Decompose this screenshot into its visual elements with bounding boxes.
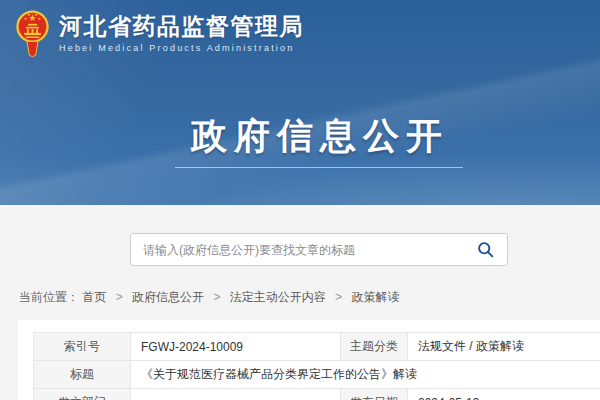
breadcrumb-separator: > (335, 290, 342, 304)
field-value-index-number: FGWJ-2024-10009 (131, 333, 341, 361)
field-value-topic-category: 法规文件 / 政策解读 (408, 333, 600, 361)
svg-text:★: ★ (38, 16, 42, 21)
search-input[interactable] (131, 234, 463, 265)
breadcrumb-item-gov-info[interactable]: 政府信息公开 (132, 290, 204, 304)
site-header-banner: ★ ★ ★ ★ ★ 河北省药品监督管理局 Hebei Medical Produ… (0, 0, 600, 205)
breadcrumb-prefix: 当前位置： (19, 290, 79, 304)
field-label-topic-category: 主题分类 (341, 333, 408, 361)
document-info-table: 索引号 FGWJ-2024-10009 主题分类 法规文件 / 政策解读 标题 … (33, 332, 600, 400)
search-box (130, 233, 508, 266)
breadcrumb-item-statutory-disclosure[interactable]: 法定主动公开内容 (230, 290, 326, 304)
breadcrumb-separator: > (213, 290, 220, 304)
field-value-publish-date: 2024-05-13 (408, 389, 600, 400)
site-title-zh: 河北省药品监督管理局 (59, 12, 304, 40)
table-row: 标题 《关于规范医疗器械产品分类界定工作的公告》解读 (34, 361, 600, 389)
breadcrumb-separator: > (116, 290, 123, 304)
field-label-publish-date: 发布日期 (341, 389, 408, 400)
china-national-emblem-icon: ★ ★ ★ ★ ★ (14, 7, 51, 61)
table-row: 索引号 FGWJ-2024-10009 主题分类 法规文件 / 政策解读 (34, 333, 600, 361)
banner-underline (175, 167, 463, 168)
breadcrumb-item-home[interactable]: 首页 (82, 290, 106, 304)
field-value-issuing-department (131, 389, 341, 400)
field-label-title: 标题 (34, 361, 131, 389)
breadcrumb: 当前位置： 首页 > 政府信息公开 > 法定主动公开内容 > 政策解读 (19, 289, 399, 306)
field-label-issuing-department: 发文部门 (34, 389, 131, 400)
table-row: 发文部门 发布日期 2024-05-13 (34, 389, 600, 400)
field-value-title: 《关于规范医疗器械产品分类界定工作的公告》解读 (131, 361, 600, 389)
content-panel: 索引号 FGWJ-2024-10009 主题分类 法规文件 / 政策解读 标题 … (18, 320, 600, 400)
page-banner-title: 政府信息公开 (0, 112, 600, 161)
site-logo[interactable]: ★ ★ ★ ★ ★ 河北省药品监督管理局 Hebei Medical Produ… (14, 7, 304, 61)
svg-text:★: ★ (27, 12, 31, 17)
breadcrumb-item-policy-interpretation[interactable]: 政策解读 (351, 290, 399, 304)
field-label-index-number: 索引号 (34, 333, 131, 361)
search-button[interactable] (463, 234, 507, 265)
site-title-en: Hebei Medical Products Administration (59, 43, 304, 53)
search-icon (477, 241, 494, 258)
